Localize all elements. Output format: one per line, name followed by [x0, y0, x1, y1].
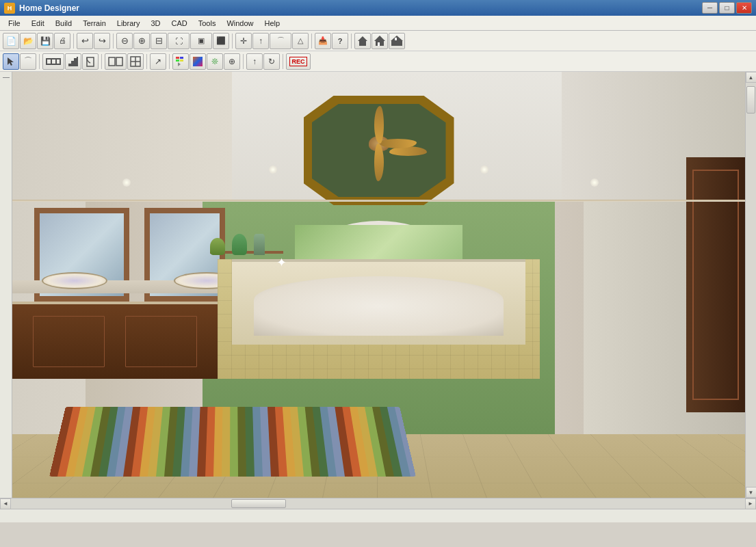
menu-help[interactable]: Help	[259, 18, 286, 29]
menu-cad[interactable]: CAD	[166, 18, 192, 29]
toolbar-1: 📄 📂 💾 🖨 ↩ ↪ ⊖ ⊕ ⊟ ⛶ ▣ ⬛ ✛ ↑ ⌒ △ 📥 ?	[0, 31, 756, 51]
svg-rect-4	[378, 42, 380, 46]
material-tool-button[interactable]	[190, 53, 206, 70]
scroll-track-vertical	[746, 83, 756, 487]
rug	[49, 407, 416, 477]
svg-rect-24	[176, 59, 179, 62]
sink-1	[42, 272, 107, 289]
redo-button[interactable]: ↪	[94, 33, 110, 49]
stair-tool-button[interactable]	[65, 53, 81, 70]
menu-bar: File Edit Build Terrain Library 3D CAD T…	[0, 16, 756, 31]
vanity-1	[12, 302, 218, 378]
minimize-button[interactable]: ─	[702, 2, 718, 14]
up-arrow-button[interactable]: ↑	[252, 33, 269, 49]
import-button[interactable]: 📥	[315, 33, 331, 49]
close-button[interactable]: ✕	[736, 2, 752, 14]
svg-rect-15	[77, 57, 78, 66]
house2-button[interactable]	[372, 33, 388, 49]
scroll-up-button[interactable]: ▲	[746, 72, 757, 83]
scroll-right-button[interactable]: ►	[745, 498, 756, 509]
print-button[interactable]: 🖨	[54, 33, 70, 49]
curve-tool-button[interactable]: ⌒	[20, 53, 36, 70]
svg-rect-22	[176, 57, 179, 59]
sep5	[351, 34, 352, 49]
left-panel	[0, 72, 12, 498]
sep11	[283, 54, 283, 69]
ceiling-fan	[335, 126, 423, 161]
svg-rect-17	[109, 57, 115, 66]
sep1	[73, 34, 74, 49]
svg-rect-12	[68, 64, 71, 66]
sep7	[101, 54, 102, 69]
record-button[interactable]: REC	[286, 53, 311, 70]
svg-rect-9	[47, 59, 60, 64]
door-tool-button[interactable]	[82, 53, 99, 70]
new-button[interactable]: 📄	[3, 33, 19, 49]
menu-library[interactable]: Library	[112, 18, 146, 29]
resize1-button[interactable]: ▣	[190, 33, 212, 49]
fan-blade-2	[374, 144, 384, 181]
svg-marker-3	[374, 36, 385, 41]
select-tool-button[interactable]	[3, 53, 19, 70]
triangle-button[interactable]: △	[292, 33, 309, 49]
canvas-area[interactable]: ✦	[12, 72, 745, 498]
menu-window[interactable]: Window	[221, 18, 259, 29]
sep4	[311, 34, 312, 49]
sep6	[39, 54, 40, 69]
menu-3d[interactable]: 3D	[145, 18, 166, 29]
svg-rect-5	[391, 40, 402, 46]
resize2-button[interactable]: ⬛	[213, 33, 229, 49]
curve-button[interactable]: ⌒	[270, 33, 291, 49]
zoom-in-button[interactable]: ⊕	[133, 33, 150, 49]
house3-button[interactable]	[389, 33, 405, 49]
bottom-scrollbar: ◄ ►	[0, 498, 756, 509]
fan-blade-4	[374, 106, 384, 144]
svg-rect-13	[71, 61, 74, 66]
zoom-fit-button[interactable]: ⊖	[116, 33, 133, 49]
menu-build[interactable]: Build	[50, 18, 77, 29]
sep2	[113, 34, 114, 49]
main-area: ✦ ▲ ▼ ◄ ►	[0, 72, 756, 522]
paint-tool-button[interactable]	[172, 53, 189, 70]
tub-inside	[254, 276, 503, 336]
fill-window-button[interactable]: ⛶	[168, 33, 190, 49]
undo-button[interactable]: ↩	[77, 33, 93, 49]
open-button[interactable]: 📂	[20, 33, 36, 49]
up-arrow2-button[interactable]: ↑	[246, 53, 263, 70]
svg-marker-8	[8, 57, 14, 66]
scroll-down-button[interactable]: ▼	[746, 487, 757, 498]
help-button[interactable]: ?	[332, 33, 348, 49]
house1-button[interactable]	[354, 33, 371, 49]
shelf-item-3	[254, 234, 265, 255]
maximize-button[interactable]: □	[719, 2, 735, 14]
crown-molding	[12, 200, 745, 202]
zoom-out-button[interactable]: ⊟	[151, 33, 167, 49]
wall-tool-button[interactable]	[42, 53, 64, 70]
room-tool-button[interactable]	[127, 53, 144, 70]
scroll-thumb-vertical[interactable]	[746, 86, 755, 114]
title-bar: H Home Designer ─ □ ✕	[0, 0, 756, 16]
menu-edit[interactable]: Edit	[26, 18, 50, 29]
star-decor: ✦	[276, 255, 287, 270]
svg-rect-23	[180, 57, 183, 59]
svg-rect-18	[116, 57, 122, 66]
shelf-item-2	[232, 234, 246, 255]
app-title: Home Designer	[19, 3, 702, 13]
menu-tools[interactable]: Tools	[193, 18, 222, 29]
save-button[interactable]: 💾	[37, 33, 53, 49]
scrollbar-right: ▲ ▼	[745, 72, 756, 498]
scroll-left-button[interactable]: ◄	[0, 498, 11, 509]
window-controls: ─ □ ✕	[702, 2, 752, 14]
svg-rect-26	[193, 57, 203, 66]
plant-tool-button[interactable]: ❊	[207, 53, 223, 70]
app-icon: H	[4, 3, 15, 14]
cabinet-tool-button[interactable]	[105, 53, 127, 70]
more-tool-button[interactable]: ⊕	[224, 53, 240, 70]
menu-file[interactable]: File	[3, 18, 26, 29]
move-button[interactable]: ✛	[235, 33, 252, 49]
recessed-light-2	[269, 165, 277, 174]
pointer-tool-button[interactable]: ↗	[150, 53, 166, 70]
scroll-thumb-horizontal[interactable]	[231, 499, 286, 508]
menu-terrain[interactable]: Terrain	[77, 18, 112, 29]
rotate-button[interactable]: ↻	[263, 53, 280, 70]
